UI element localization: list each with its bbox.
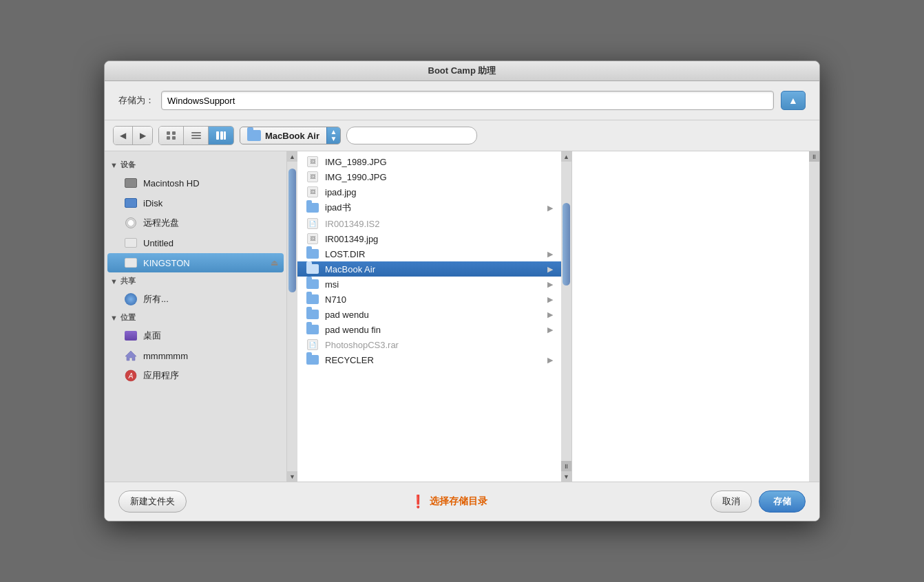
file-item-pad-wendu-fin[interactable]: pad wendu fin ▶	[297, 322, 561, 337]
file-item-recycler[interactable]: RECYCLER ▶	[297, 352, 561, 367]
sidebar-item-untitled[interactable]: Untitled	[107, 233, 284, 252]
all-label: 所有...	[143, 293, 169, 305]
file-item-pad-wendu[interactable]: pad wendu ▶	[297, 307, 561, 322]
file-ipadbook-arrow: ▶	[547, 204, 553, 213]
icon-view-button[interactable]	[159, 127, 184, 144]
file-item-ipadjpg[interactable]: 🖼 ipad.jpg	[297, 184, 561, 200]
location-section-label: 位置	[120, 312, 136, 323]
save-as-input[interactable]	[161, 91, 774, 110]
file-ipadjpg-name: ipad.jpg	[325, 187, 553, 197]
back-button[interactable]: ◀	[114, 127, 133, 144]
svg-rect-7	[216, 131, 219, 140]
file-photoshopcs3-name: PhotoshopCS3.rar	[325, 340, 553, 350]
file-item-img1989[interactable]: 🖼 IMG_1989.JPG	[297, 154, 561, 169]
save-button[interactable]: 存储	[759, 491, 806, 513]
file-list: 🖼 IMG_1989.JPG 🖼 IMG_1990.JPG 🖼 ipad.jpg…	[297, 151, 561, 482]
column-scrollbar[interactable]: ⏸	[809, 151, 819, 482]
sidebar-item-idisk[interactable]: iDisk	[107, 193, 284, 213]
file-padwendufin-name: pad wendu fin	[325, 325, 542, 335]
file-lostdir-name: LOST.DIR	[325, 249, 542, 259]
file-img1989-icon: 🖼	[306, 156, 319, 167]
file-scroll-pause: ⏸	[561, 461, 571, 471]
location-triangle: ▼	[110, 314, 118, 322]
view-buttons	[158, 126, 234, 145]
file-padwendu-arrow: ▶	[547, 310, 553, 319]
file-scroll-thumb[interactable]	[563, 203, 570, 285]
sidebar-scrollbar[interactable]: ▲ ▼	[287, 151, 297, 482]
file-ipadjpg-icon: 🖼	[306, 186, 319, 197]
file-item-ir001349-is2[interactable]: 📄 IR001349.IS2	[297, 216, 561, 231]
file-n710-name: N710	[325, 294, 542, 305]
macintosh-hd-icon	[124, 176, 138, 190]
file-img1989-name: IMG_1989.JPG	[325, 157, 553, 167]
search-wrap: 🔍	[346, 127, 811, 144]
forward-button[interactable]: ▶	[133, 127, 152, 144]
nav-buttons: ◀ ▶	[113, 126, 153, 145]
up-button[interactable]: ▲	[781, 91, 806, 110]
title-bar: Boot Camp 助理	[105, 61, 819, 81]
file-item-msi[interactable]: msi ▶	[297, 277, 561, 292]
status-message: ❗ 选择存储目录	[193, 494, 704, 509]
file-img1990-name: IMG_1990.JPG	[325, 172, 553, 182]
file-lostdir-icon	[306, 248, 319, 259]
svg-rect-1	[172, 131, 176, 135]
sidebar-section-share[interactable]: ▼ 共享	[105, 273, 286, 289]
sidebar-scroll-thumb[interactable]	[288, 169, 296, 292]
file-img1990-icon: 🖼	[306, 171, 319, 182]
sidebar-section-location[interactable]: ▼ 位置	[105, 310, 286, 325]
new-folder-button[interactable]: 新建文件夹	[118, 491, 187, 513]
untitled-icon	[124, 236, 138, 250]
sidebar-scroll-down[interactable]: ▼	[287, 471, 297, 482]
file-scroll-up[interactable]: ▲	[561, 151, 571, 162]
share-icon	[124, 292, 138, 306]
kingston-icon	[124, 256, 138, 270]
location-selector[interactable]: MacBook Air ▲ ▼	[240, 127, 341, 144]
sidebar-item-remote-disc[interactable]: 远程光盘	[107, 213, 284, 233]
cancel-button[interactable]: 取消	[711, 491, 752, 513]
file-item-macbook-air[interactable]: MacBook Air ▶	[297, 261, 561, 277]
sidebar-item-desktop[interactable]: 桌面	[107, 326, 284, 345]
file-scroll-down[interactable]: ▼	[561, 471, 571, 482]
file-ir001349-jpg-name: IR001349.jpg	[325, 234, 553, 244]
sidebar-item-macintosh-hd[interactable]: Macintosh HD	[107, 173, 284, 193]
column-view-button[interactable]	[209, 127, 233, 144]
file-list-scrollbar[interactable]: ▲ ⏸ ▼	[561, 151, 571, 482]
status-text: 选择存储目录	[430, 495, 487, 508]
sidebar-item-kingston[interactable]: KINGSTON ⏏	[107, 253, 284, 272]
file-item-photoshopcs3[interactable]: 📄 PhotoshopCS3.rar	[297, 337, 561, 352]
file-lostdir-arrow: ▶	[547, 250, 553, 259]
file-item-n710[interactable]: N710 ▶	[297, 292, 561, 307]
untitled-label: Untitled	[143, 238, 174, 248]
file-n710-arrow: ▶	[547, 295, 553, 304]
file-msi-icon	[306, 279, 319, 290]
sidebar-item-home[interactable]: mmmmmm	[107, 346, 284, 365]
sidebar-scroll-up[interactable]: ▲	[287, 151, 297, 162]
search-input[interactable]	[346, 127, 477, 144]
sidebar: ▼ 设备 Macintosh HD iDisk 远程光盘	[105, 151, 287, 482]
file-item-ipadbook[interactable]: ipad书 ▶	[297, 200, 561, 216]
svg-rect-2	[167, 136, 170, 140]
file-msi-name: msi	[325, 279, 542, 290]
location-folder-icon	[247, 130, 261, 141]
location-text: MacBook Air	[265, 131, 319, 141]
desktop-label: 桌面	[143, 330, 161, 342]
file-item-lostdir[interactable]: LOST.DIR ▶	[297, 246, 561, 261]
sidebar-section-devices[interactable]: ▼ 设备	[105, 157, 286, 173]
location-arrow[interactable]: ▲ ▼	[326, 127, 340, 144]
home-icon	[124, 349, 138, 363]
sidebar-item-all[interactable]: 所有...	[107, 290, 284, 309]
list-view-button[interactable]	[184, 127, 209, 144]
file-item-ir001349-jpg[interactable]: 🖼 IR001349.jpg	[297, 231, 561, 246]
sidebar-item-applications[interactable]: A 应用程序	[107, 366, 284, 385]
file-ipadbook-icon	[306, 202, 319, 213]
file-ir001349-jpg-icon: 🖼	[306, 233, 319, 244]
file-ipadbook-name: ipad书	[325, 202, 542, 214]
svg-text:A: A	[128, 372, 134, 380]
eject-icon[interactable]: ⏏	[271, 258, 278, 268]
dialog: Boot Camp 助理 存储为： ▲ ◀ ▶	[104, 61, 820, 521]
file-macbookair-icon	[306, 263, 319, 274]
applications-icon: A	[124, 369, 138, 382]
file-item-img1990[interactable]: 🖼 IMG_1990.JPG	[297, 169, 561, 184]
svg-rect-0	[167, 131, 170, 135]
devices-label: 设备	[120, 160, 136, 170]
